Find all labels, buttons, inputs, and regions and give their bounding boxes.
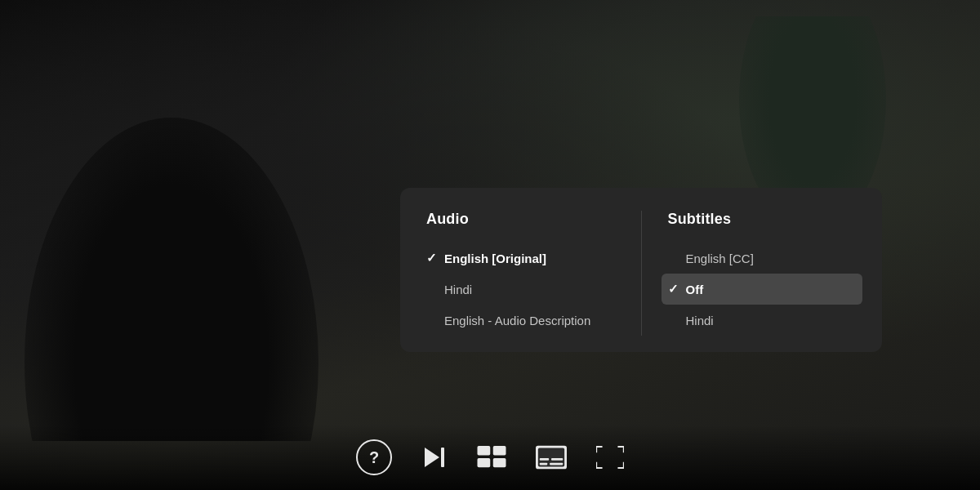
audio-label-english-original: English [Original] [444, 252, 615, 265]
svg-rect-1 [441, 448, 444, 467]
svg-rect-3 [493, 446, 506, 455]
subtitles-item-english-cc[interactable]: ✓ English [CC] [668, 243, 857, 274]
subtitles-header: Subtitles [668, 211, 857, 228]
svg-rect-9 [551, 458, 563, 461]
svg-rect-4 [478, 458, 491, 467]
audio-item-english-original[interactable]: ✓ English [Original] [426, 243, 615, 274]
svg-marker-0 [425, 448, 439, 467]
subtitles-item-off[interactable]: ✓ Off [662, 274, 863, 305]
svg-rect-2 [478, 446, 491, 455]
svg-rect-11 [550, 463, 563, 466]
fullscreen-button[interactable] [596, 446, 624, 469]
question-mark-icon: ? [369, 448, 379, 467]
subtitles-label-english-cc: English [CC] [686, 252, 857, 265]
check-icon-english-original: ✓ [426, 251, 444, 265]
skip-next-icon [421, 444, 448, 470]
subtitles-column: Subtitles ✓ English [CC] ✓ Off ✓ Hindi [641, 211, 883, 336]
help-circle: ? [356, 439, 392, 475]
audio-label-hindi: Hindi [444, 283, 615, 296]
check-icon-off: ✓ [668, 282, 686, 296]
subtitles-item-hindi[interactable]: ✓ Hindi [668, 305, 857, 336]
audio-header: Audio [426, 211, 615, 228]
audio-column: Audio ✓ English [Original] ✓ Hindi ✓ Eng… [400, 211, 641, 336]
skip-next-button[interactable] [421, 444, 448, 470]
subtitles-label-off: Off [686, 283, 857, 296]
subtitles-button[interactable] [536, 445, 567, 470]
audio-subtitles-panel: Audio ✓ English [Original] ✓ Hindi ✓ Eng… [400, 188, 882, 352]
audio-item-english-description[interactable]: ✓ English - Audio Description [426, 305, 615, 336]
audio-label-english-description: English - Audio Description [444, 314, 615, 327]
fullscreen-icon [596, 446, 624, 469]
episodes-icon [477, 446, 506, 469]
episodes-button[interactable] [477, 446, 506, 469]
svg-rect-10 [540, 463, 548, 466]
audio-item-hindi[interactable]: ✓ Hindi [426, 274, 615, 305]
controls-bar: ? [0, 425, 980, 490]
subtitles-icon [536, 445, 567, 470]
svg-rect-8 [540, 458, 549, 461]
subtitles-label-hindi: Hindi [686, 314, 857, 327]
svg-rect-5 [493, 458, 506, 467]
help-button[interactable]: ? [356, 439, 392, 475]
